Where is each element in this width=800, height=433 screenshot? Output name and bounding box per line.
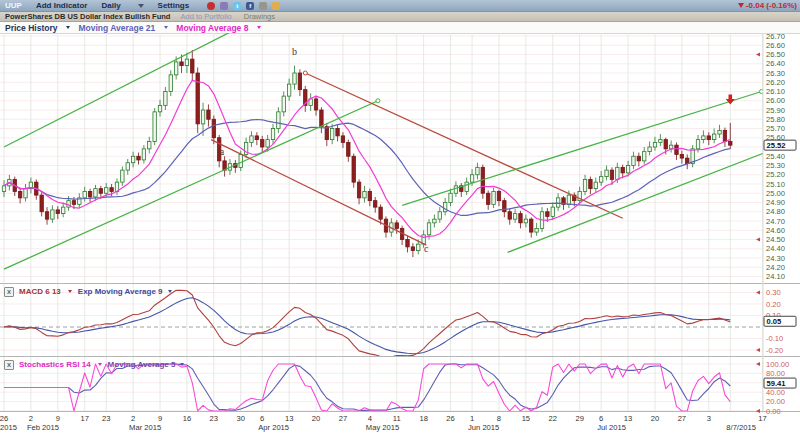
candle-body <box>201 110 204 124</box>
facebook-icon[interactable]: f <box>246 2 254 10</box>
ma21-selector[interactable]: Moving Average 21 <box>78 23 155 33</box>
macd-signal-label[interactable]: Exp Moving Average 9 <box>78 287 163 296</box>
candle-body <box>180 62 183 66</box>
stoch-signal-label[interactable]: Moving Average 5 <box>108 360 176 369</box>
macd-signal-line <box>4 298 730 354</box>
price-chart-svg[interactable]: abc26.7026.6026.5026.4026.3026.2026.1026… <box>0 33 800 433</box>
candle-body <box>723 130 726 141</box>
stoch-signal-dropdown-icon[interactable] <box>180 363 184 366</box>
x-axis-day-label: 20 <box>651 414 659 423</box>
x-axis-day-label: 26 <box>446 414 454 423</box>
candle-body <box>470 175 473 182</box>
candle-body <box>185 59 188 65</box>
down-arrow-icon <box>738 3 744 8</box>
candle-body <box>363 191 366 197</box>
period-select[interactable]: Daily <box>101 1 120 10</box>
candle-body <box>626 166 629 173</box>
period-dropdown-arrow-icon[interactable] <box>138 4 144 8</box>
alert-icon[interactable] <box>207 2 215 10</box>
x-axis-day-label: 18 <box>419 414 427 423</box>
candle-body <box>524 219 527 223</box>
add-to-portfolio-link[interactable]: Add to Portfolio <box>180 12 231 21</box>
settings-button[interactable]: Settings <box>158 1 190 10</box>
candle-body <box>492 191 495 204</box>
price-history-dropdown-icon[interactable] <box>66 26 70 29</box>
candle-body <box>707 136 710 140</box>
trendline-red-lower[interactable] <box>211 140 426 245</box>
candle-body <box>24 189 27 198</box>
trendline-red-lower <box>211 140 426 245</box>
candle-body <box>637 156 640 161</box>
axis-label: 26.10 <box>766 87 785 96</box>
stoch-dropdown-icon[interactable] <box>98 363 102 366</box>
x-axis-day-label: 8 <box>497 414 501 423</box>
candle-body <box>169 75 172 92</box>
axis-label: 24.60 <box>766 226 785 235</box>
axis-label: 24.50 <box>766 235 785 244</box>
ma21-dropdown-icon[interactable] <box>164 26 168 29</box>
candle-body <box>696 140 699 149</box>
candle-body <box>239 154 242 167</box>
candle-body <box>142 149 145 160</box>
ma8-line <box>4 80 730 237</box>
camera-icon[interactable] <box>259 2 267 10</box>
macd-label[interactable]: MACD 6 13 <box>19 287 61 296</box>
candle-body <box>368 191 371 200</box>
x-axis-month-label: May 2015 <box>366 423 399 432</box>
candle-body <box>298 73 301 90</box>
candle-body <box>589 179 592 188</box>
axis-label: 24.90 <box>766 198 785 207</box>
charting-app: UUP Add Indicator Daily Settings tf -0.0… <box>0 0 800 433</box>
candle-body <box>158 105 161 111</box>
candle-body <box>675 145 678 154</box>
ma8-selector[interactable]: Moving Average 8 <box>176 23 248 33</box>
trendline-green-right-upper[interactable] <box>402 90 763 206</box>
candle-body <box>374 201 377 207</box>
candle-body <box>648 147 651 152</box>
candle-body <box>51 210 54 219</box>
add-indicator-button[interactable]: Add Indicator <box>36 1 88 10</box>
cube-icon[interactable] <box>220 2 228 10</box>
trendline-red-upper[interactable] <box>303 71 622 218</box>
trendline-red-upper-handle[interactable] <box>303 71 307 75</box>
twitter-icon[interactable]: t <box>233 2 241 10</box>
candle-body <box>632 156 635 165</box>
stoch-close-button[interactable]: X <box>4 360 14 370</box>
axis-label: 0.05 <box>767 317 783 326</box>
x-axis-month-label: Mar 2015 <box>129 423 161 432</box>
axis-label: 59.41 <box>767 379 787 388</box>
candle-body <box>659 140 662 143</box>
chart-area[interactable]: abc26.7026.6026.5026.4026.3026.2026.1026… <box>0 33 800 433</box>
candle-body <box>287 84 290 96</box>
candle-body <box>357 182 360 198</box>
trendline-green-right-lower[interactable] <box>508 148 775 253</box>
axis-label: 26.20 <box>766 78 785 87</box>
axis-extreme-marker <box>756 53 760 57</box>
axis-label: -0.20 <box>766 346 783 355</box>
axis-label: 25.30 <box>766 161 785 170</box>
candle-body <box>476 167 479 174</box>
axis-label: 25.00 <box>766 189 785 198</box>
macd-signal-dropdown-icon[interactable] <box>168 290 172 293</box>
ma8-dropdown-icon[interactable] <box>257 26 261 29</box>
macd-close-button[interactable]: X <box>4 287 14 297</box>
x-axis-day-label: 3 <box>707 414 711 423</box>
axis-label: 40.00 <box>766 388 785 397</box>
sub-header: PowerShares DB US Dollar Index Bullish F… <box>0 12 800 22</box>
candle-body <box>314 99 317 110</box>
axis-label: 0.30 <box>766 288 781 297</box>
candle-body <box>137 156 140 160</box>
candle-body <box>196 73 199 124</box>
x-axis-day-label: 27 <box>678 414 686 423</box>
stoch-label[interactable]: Stochastics RSI 14 <box>19 360 91 369</box>
trendline-green-left-lower-handle[interactable] <box>376 99 380 103</box>
axis-extreme-marker <box>756 291 760 295</box>
notes-icon[interactable] <box>272 2 280 10</box>
price-history-selector[interactable]: Price History <box>5 23 57 33</box>
macd-dropdown-icon[interactable] <box>68 290 72 293</box>
axis-label: 26.50 <box>766 50 785 59</box>
price-change-text: -0.04 (-0.16%) <box>746 1 797 10</box>
drawings-menu[interactable]: Drawings <box>244 12 275 21</box>
candle-body <box>99 189 102 194</box>
symbol-ticker[interactable]: UUP <box>5 1 22 10</box>
